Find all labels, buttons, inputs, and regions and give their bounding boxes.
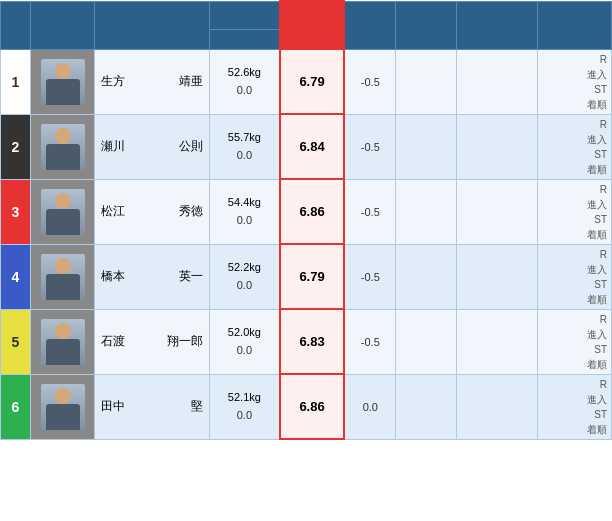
weight-main: 52.0kg xyxy=(211,324,278,342)
parts-cell xyxy=(456,49,537,114)
result-st: ST xyxy=(539,342,607,357)
result-entry: 進入 xyxy=(539,197,607,212)
result-rank: 着順 xyxy=(539,97,607,112)
weight-main: 55.7kg xyxy=(211,129,278,147)
weight-adj: 0.0 xyxy=(211,277,278,295)
avatar xyxy=(41,254,85,300)
racer-cell: 瀬川 公則 xyxy=(95,114,210,179)
result-entry: 進入 xyxy=(539,67,607,82)
weight-main: 52.6kg xyxy=(211,64,278,82)
parts-cell xyxy=(456,244,537,309)
result-rank: 着順 xyxy=(539,292,607,307)
header-waku xyxy=(1,1,31,49)
weight-cell: 52.1kg 0.0 xyxy=(210,374,280,439)
weight-main: 54.4kg xyxy=(211,194,278,212)
result-entry: 進入 xyxy=(539,327,607,342)
result-rank: 着順 xyxy=(539,162,607,177)
waku-cell: 4 xyxy=(1,244,31,309)
waku-cell: 3 xyxy=(1,179,31,244)
racer-name: 橋本 英一 xyxy=(99,268,205,285)
tilt-cell: -0.5 xyxy=(344,49,395,114)
weight-adj: 0.0 xyxy=(211,147,278,165)
waku-cell: 5 xyxy=(1,309,31,374)
waku-cell: 1 xyxy=(1,49,31,114)
racer-name: 石渡 翔一郎 xyxy=(99,333,205,350)
tilt-cell: -0.5 xyxy=(344,309,395,374)
table-row: 5 石渡 翔一郎 52.0kg 0.06.83-0.5R 進入 ST 着順 xyxy=(1,309,612,374)
avatar xyxy=(41,319,85,365)
weight-adj: 0.0 xyxy=(211,82,278,100)
photo-cell xyxy=(30,49,95,114)
photo-cell xyxy=(30,244,95,309)
results-cell: R 進入 ST 着順 xyxy=(537,49,611,114)
avatar xyxy=(41,384,85,430)
racer-cell: 橋本 英一 xyxy=(95,244,210,309)
result-r: R xyxy=(539,182,607,197)
result-r: R xyxy=(539,377,607,392)
photo-cell xyxy=(30,309,95,374)
racer-name: 松江 秀徳 xyxy=(99,203,205,220)
display-time-cell: 6.83 xyxy=(280,309,345,374)
photo-cell xyxy=(30,374,95,439)
display-time-cell: 6.86 xyxy=(280,374,345,439)
results-cell: R 進入 ST 着順 xyxy=(537,309,611,374)
result-st: ST xyxy=(539,277,607,292)
result-st: ST xyxy=(539,82,607,97)
racer-name: 生方 靖亜 xyxy=(99,73,205,90)
header-tilt xyxy=(344,1,395,49)
parts-cell xyxy=(456,179,537,244)
propeller-cell xyxy=(396,244,457,309)
result-entry: 進入 xyxy=(539,392,607,407)
weight-cell: 52.2kg 0.0 xyxy=(210,244,280,309)
tilt-cell: -0.5 xyxy=(344,114,395,179)
header-row-top xyxy=(1,1,612,29)
racer-name-right: 英一 xyxy=(179,268,203,285)
propeller-cell xyxy=(396,309,457,374)
racer-name-right: 堅 xyxy=(191,398,203,415)
weight-adj: 0.0 xyxy=(211,212,278,230)
table-body: 1 生方 靖亜 52.6kg 0.06.79-0.5R 進入 ST 着順2 瀬川… xyxy=(1,49,612,439)
weight-cell: 54.4kg 0.0 xyxy=(210,179,280,244)
header-parts xyxy=(456,1,537,49)
waku-cell: 6 xyxy=(1,374,31,439)
avatar xyxy=(41,189,85,235)
racer-name-left: 田中 xyxy=(101,398,125,415)
racer-name-left: 石渡 xyxy=(101,333,125,350)
table-row: 4 橋本 英一 52.2kg 0.06.79-0.5R 進入 ST 着順 xyxy=(1,244,612,309)
header-body xyxy=(210,1,280,29)
header-photo xyxy=(30,1,95,49)
header-results xyxy=(537,1,611,49)
result-r: R xyxy=(539,52,607,67)
racer-name-left: 松江 xyxy=(101,203,125,220)
propeller-cell xyxy=(396,49,457,114)
racer-name-left: 生方 xyxy=(101,73,125,90)
display-time-cell: 6.84 xyxy=(280,114,345,179)
racer-name-left: 橋本 xyxy=(101,268,125,285)
propeller-cell xyxy=(396,114,457,179)
weight-cell: 55.7kg 0.0 xyxy=(210,114,280,179)
racer-name-right: 靖亜 xyxy=(179,73,203,90)
result-r: R xyxy=(539,247,607,262)
result-r: R xyxy=(539,312,607,327)
racer-name-right: 秀徳 xyxy=(179,203,203,220)
racer-name-left: 瀬川 xyxy=(101,138,125,155)
racer-cell: 田中 堅 xyxy=(95,374,210,439)
photo-cell xyxy=(30,114,95,179)
parts-cell xyxy=(456,309,537,374)
racer-name: 田中 堅 xyxy=(99,398,205,415)
table-row: 2 瀬川 公則 55.7kg 0.06.84-0.5R 進入 ST 着順 xyxy=(1,114,612,179)
weight-main: 52.1kg xyxy=(211,389,278,407)
results-cell: R 進入 ST 着順 xyxy=(537,244,611,309)
racer-name-right: 翔一郎 xyxy=(167,333,203,350)
results-cell: R 進入 ST 着順 xyxy=(537,374,611,439)
avatar xyxy=(41,59,85,105)
display-time-cell: 6.79 xyxy=(280,244,345,309)
racer-name-right: 公則 xyxy=(179,138,203,155)
display-time-cell: 6.79 xyxy=(280,49,345,114)
table-row: 1 生方 靖亜 52.6kg 0.06.79-0.5R 進入 ST 着順 xyxy=(1,49,612,114)
tilt-cell: -0.5 xyxy=(344,244,395,309)
result-st: ST xyxy=(539,147,607,162)
race-table: 1 生方 靖亜 52.6kg 0.06.79-0.5R 進入 ST 着順2 瀬川… xyxy=(0,0,612,440)
tilt-cell: 0.0 xyxy=(344,374,395,439)
result-st: ST xyxy=(539,407,607,422)
